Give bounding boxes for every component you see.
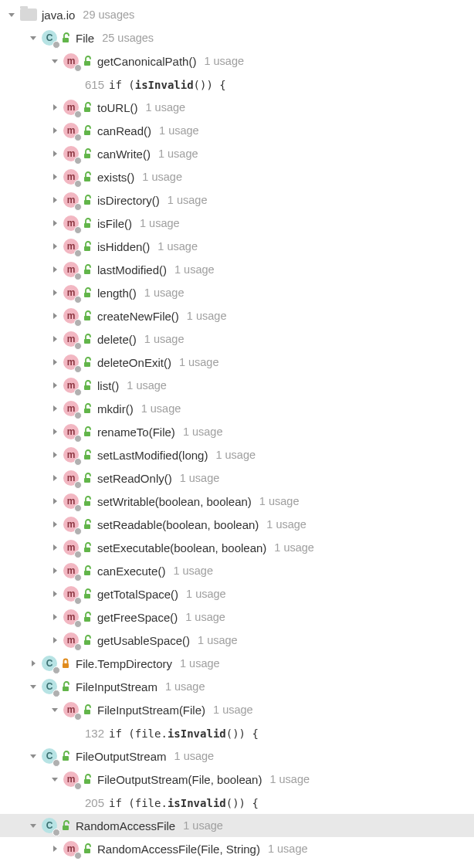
code-usage-line: 615 if (isInvalid()) { — [85, 79, 226, 90]
unlock-icon — [82, 310, 93, 321]
expand-arrow-icon[interactable] — [48, 332, 62, 346]
tree-node-class-fileinputstream[interactable]: CFileInputStream1 usage — [0, 675, 474, 698]
svg-rect-18 — [84, 478, 90, 483]
tree-node-method[interactable]: mlist()1 usage — [0, 374, 474, 397]
usage-count: 25 usages — [102, 32, 154, 44]
tree-node-package[interactable]: java.io29 usages — [0, 3, 474, 26]
expand-arrow-icon[interactable] — [48, 286, 62, 300]
expand-arrow-icon[interactable] — [48, 309, 62, 323]
tree-node-code-line[interactable]: 615 if (isInvalid()) { — [0, 73, 474, 96]
method-icon: m — [63, 53, 79, 69]
tree-node-method[interactable]: mtoURL()1 usage — [0, 96, 474, 119]
tree-node-method[interactable]: mlastModified()1 usage — [0, 258, 474, 281]
tree-node-class-tempdirectory[interactable]: CFile.TempDirectory1 usage — [0, 652, 474, 675]
tree-node-method[interactable]: mcanExecute()1 usage — [0, 559, 474, 582]
unlock-icon — [82, 218, 93, 229]
method-icon: m — [63, 841, 79, 856]
collapse-arrow-icon[interactable] — [26, 680, 40, 693]
usage-count: 1 usage — [168, 195, 208, 206]
expand-arrow-icon[interactable] — [48, 541, 62, 554]
tree-node-method[interactable]: misDirectory()1 usage — [0, 188, 474, 212]
tree-node-method[interactable]: mgetUsableSpace()1 usage — [0, 629, 474, 652]
tree-node-class-fileoutputstream[interactable]: CFileOutputStream1 usage — [0, 744, 474, 768]
tree-node-method[interactable]: mRandomAccessFile(File, String)1 usage — [0, 837, 474, 860]
tree-node-method[interactable]: mrenameTo(File)1 usage — [0, 420, 474, 443]
collapse-arrow-icon[interactable] — [48, 772, 62, 786]
tree-node-method[interactable]: mlength()1 usage — [0, 281, 474, 304]
unlock-icon — [82, 542, 93, 553]
tree-node-method[interactable]: mexists()1 usage — [0, 165, 474, 188]
tree-node-class-randomaccessfile[interactable]: CRandomAccessFile1 usage — [0, 814, 474, 837]
collapse-arrow-icon[interactable] — [48, 54, 62, 68]
class-icon: C — [42, 679, 57, 694]
expand-arrow-icon[interactable] — [48, 517, 62, 531]
tree-node-method[interactable]: msetExecutable(boolean, boolean)1 usage — [0, 536, 474, 559]
tree-node-method[interactable]: mdelete()1 usage — [0, 327, 474, 351]
collapse-arrow-icon[interactable] — [26, 31, 40, 45]
svg-rect-29 — [63, 756, 69, 761]
tree-node-method[interactable]: misFile()1 usage — [0, 212, 474, 235]
expand-arrow-icon[interactable] — [48, 124, 62, 137]
unlock-icon — [82, 612, 93, 622]
usage-count: 1 usage — [140, 218, 180, 229]
expand-arrow-icon[interactable] — [48, 842, 62, 856]
expand-arrow-icon[interactable] — [48, 633, 62, 647]
expand-arrow-icon[interactable] — [48, 402, 62, 415]
expand-arrow-icon[interactable] — [48, 448, 62, 462]
tree-node-method[interactable]: msetReadOnly()1 usage — [0, 466, 474, 490]
expand-arrow-icon[interactable] — [48, 170, 62, 184]
expand-arrow-icon[interactable] — [48, 610, 62, 624]
node-label: getFreeSpace() — [97, 612, 178, 623]
expand-arrow-icon[interactable] — [48, 216, 62, 230]
collapse-arrow-icon[interactable] — [26, 749, 40, 763]
usage-count: 1 usage — [183, 426, 223, 438]
tree-node-method[interactable]: mFileOutputStream(File, boolean)1 usage — [0, 768, 474, 791]
expand-arrow-icon[interactable] — [48, 564, 62, 578]
expand-arrow-icon[interactable] — [48, 239, 62, 253]
unlock-icon — [60, 751, 71, 761]
svg-rect-1 — [84, 61, 90, 66]
expand-arrow-icon[interactable] — [48, 378, 62, 392]
unlock-icon — [82, 56, 93, 66]
tree-node-method[interactable]: msetWritable(boolean, boolean)1 usage — [0, 490, 474, 513]
expand-arrow-icon[interactable] — [48, 100, 62, 114]
collapse-arrow-icon[interactable] — [26, 819, 40, 832]
expand-arrow-icon[interactable] — [48, 494, 62, 508]
expand-arrow-icon[interactable] — [48, 193, 62, 207]
expand-arrow-icon[interactable] — [48, 587, 62, 601]
unlock-icon — [82, 171, 93, 182]
node-label: deleteOnExit() — [97, 357, 171, 368]
tree-node-method[interactable]: mdeleteOnExit()1 usage — [0, 351, 474, 374]
tree-node-method[interactable]: mgetCanonicalPath()1 usage — [0, 49, 474, 73]
tree-node-method[interactable]: mcanWrite()1 usage — [0, 142, 474, 165]
tree-node-class-file[interactable]: CFile25 usages — [0, 26, 474, 49]
expand-arrow-icon[interactable] — [48, 471, 62, 485]
tree-node-method[interactable]: misHidden()1 usage — [0, 235, 474, 258]
expand-arrow-icon[interactable] — [48, 425, 62, 439]
tree-node-method[interactable]: mFileInputStream(File)1 usage — [0, 698, 474, 721]
usage-count: 1 usage — [173, 565, 213, 577]
svg-rect-32 — [84, 849, 90, 853]
usage-count: 1 usage — [187, 310, 227, 322]
expand-arrow-icon[interactable] — [48, 147, 62, 161]
expand-arrow-icon[interactable] — [26, 656, 40, 670]
tree-node-method[interactable]: msetLastModified(long)1 usage — [0, 443, 474, 466]
collapse-arrow-icon[interactable] — [48, 703, 62, 717]
tree-node-method[interactable]: msetReadable(boolean, boolean)1 usage — [0, 513, 474, 536]
svg-rect-30 — [84, 779, 90, 784]
collapse-arrow-icon[interactable] — [5, 8, 19, 22]
method-icon: m — [63, 517, 79, 532]
tree-node-method[interactable]: mgetTotalSpace()1 usage — [0, 582, 474, 605]
tree-node-method[interactable]: mgetFreeSpace()1 usage — [0, 605, 474, 629]
tree-node-code-line[interactable]: 132 if (file.isInvalid()) { — [0, 721, 474, 744]
tree-node-method[interactable]: mcreateNewFile()1 usage — [0, 304, 474, 327]
svg-rect-4 — [84, 154, 90, 158]
tree-node-method[interactable]: mmkdir()1 usage — [0, 397, 474, 420]
expand-arrow-icon[interactable] — [48, 263, 62, 276]
usage-count: 1 usage — [259, 496, 300, 507]
svg-rect-14 — [84, 385, 90, 390]
tree-node-method[interactable]: mcanRead()1 usage — [0, 119, 474, 142]
expand-arrow-icon[interactable] — [48, 355, 62, 369]
tree-node-code-line[interactable]: 205 if (file.isInvalid()) { — [0, 791, 474, 814]
code-usage-line: 205 if (file.isInvalid()) { — [85, 797, 259, 809]
